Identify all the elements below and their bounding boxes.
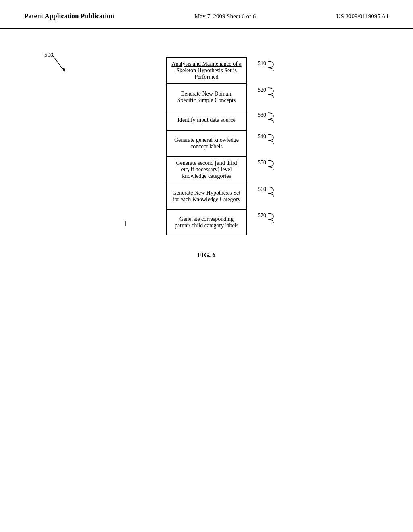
publication-date-sheet: May 7, 2009 Sheet 6 of 6 [194, 13, 256, 20]
main-content: 500 Analysis and Maintenance of a Skelet… [0, 29, 413, 259]
ref-560-symbol [266, 186, 275, 197]
ref-570: 570 [258, 212, 275, 224]
box-520: Generate New Domain Specific Simple Conc… [166, 84, 247, 110]
page-header: Patent Application Publication May 7, 20… [0, 0, 413, 29]
box-570: Generate corresponding parent/ child cat… [166, 209, 247, 235]
publication-title: Patent Application Publication [24, 12, 114, 20]
page-mark: | [125, 220, 126, 227]
ref-550: 550 [258, 160, 275, 171]
flow-step-540: Generate general knowledge concept label… [166, 130, 247, 156]
publication-number: US 2009/0119095 A1 [336, 13, 389, 20]
ref-500-label: 500 [44, 51, 54, 58]
box-550: Generate second [and third etc, if neces… [166, 156, 247, 183]
svg-marker-1 [61, 68, 65, 71]
ref-570-symbol [266, 212, 275, 224]
ref-550-symbol [266, 160, 275, 171]
box-510: Analysis and Maintenance of a Skeleton H… [166, 57, 247, 84]
ref-540: 540 [258, 133, 275, 145]
flow-step-570: Generate corresponding parent/ child cat… [166, 209, 247, 235]
ref-530: 530 [258, 112, 275, 123]
ref-500-arrow [44, 53, 69, 75]
flow-step-520: Generate New Domain Specific Simple Conc… [166, 84, 247, 110]
box-540: Generate general knowledge concept label… [166, 130, 247, 156]
box-530: Identify input data source [166, 110, 247, 130]
ref-520-symbol [266, 87, 275, 98]
flow-step-510: Analysis and Maintenance of a Skeleton H… [166, 57, 247, 84]
flowchart: Analysis and Maintenance of a Skeleton H… [166, 57, 247, 235]
ref-530-symbol [266, 112, 275, 123]
figure-label: FIG. 6 [198, 251, 215, 259]
ref-510-symbol [266, 60, 275, 72]
ref-560: 560 [258, 186, 275, 197]
flow-step-550: Generate second [and third etc, if neces… [166, 156, 247, 183]
ref-510: 510 [258, 60, 275, 72]
box-560: Generate New Hypothesis Set for each Kno… [166, 183, 247, 209]
flow-step-560: Generate New Hypothesis Set for each Kno… [166, 183, 247, 209]
flow-step-530: Identify input data source 530 [166, 110, 247, 130]
ref-520: 520 [258, 87, 275, 98]
ref-540-symbol [266, 133, 275, 145]
